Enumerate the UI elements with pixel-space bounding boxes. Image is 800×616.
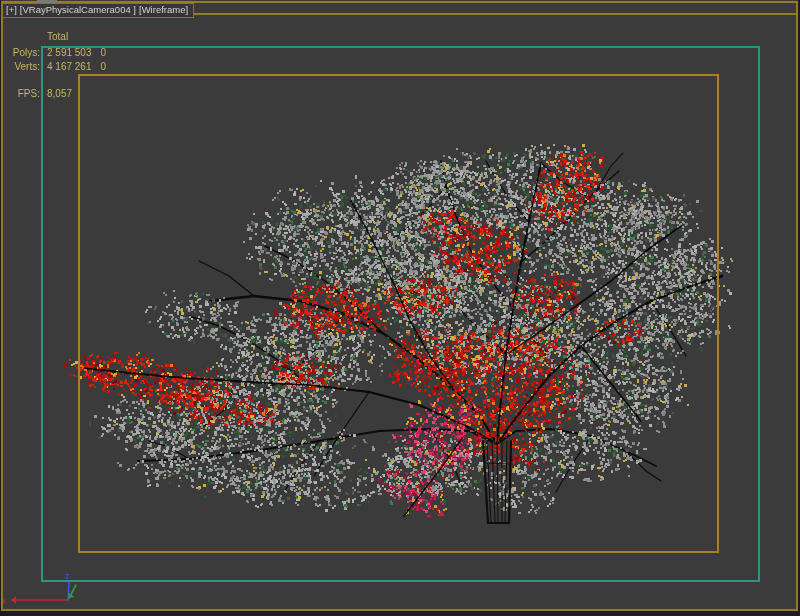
polys-count: 2 591 503 (47, 47, 92, 58)
fps-value: 8,057 (47, 88, 72, 99)
viewport-camera-menu[interactable]: [VRayPhysicalCamera004 ] (20, 4, 136, 16)
polys-label: Polys: (2, 47, 40, 58)
verts-label: Verts: (2, 61, 40, 72)
polys-value: 2 591 5030 (47, 47, 106, 58)
viewport-label: [+] [VRayPhysicalCamera004 ] [Wireframe] (2, 3, 194, 18)
polys-extra: 0 (101, 47, 107, 58)
wireframe-scene-canvas[interactable] (0, 0, 800, 616)
stats-column-header: Total (47, 31, 68, 42)
viewport-menu-button[interactable]: [+] (6, 4, 17, 16)
viewport-shading-menu[interactable]: [Wireframe] (139, 4, 188, 16)
verts-value: 4 167 2610 (47, 61, 106, 72)
verts-extra: 0 (101, 61, 107, 72)
viewport: [+] [VRayPhysicalCamera004 ] [Wireframe]… (0, 0, 800, 616)
fps-label: FPS: (2, 88, 40, 99)
verts-count: 4 167 261 (47, 61, 92, 72)
